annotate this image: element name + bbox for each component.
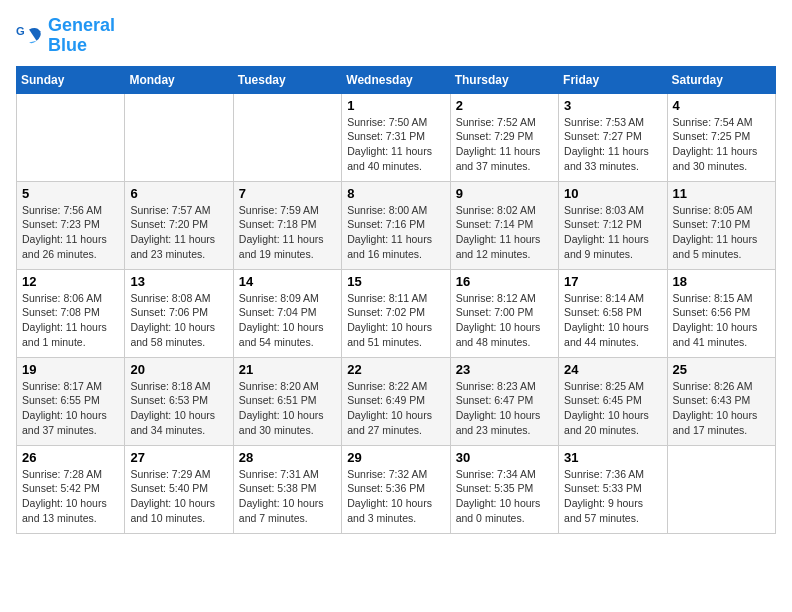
day-number: 28 — [239, 450, 336, 465]
weekday-header-monday: Monday — [125, 66, 233, 93]
day-number: 18 — [673, 274, 770, 289]
calendar-cell: 2 Sunrise: 7:52 AMSunset: 7:29 PMDayligh… — [450, 93, 558, 181]
weekday-header-row: SundayMondayTuesdayWednesdayThursdayFrid… — [17, 66, 776, 93]
day-number: 23 — [456, 362, 553, 377]
day-info: Sunrise: 8:08 AMSunset: 7:06 PMDaylight:… — [130, 291, 227, 350]
weekday-header-saturday: Saturday — [667, 66, 775, 93]
day-info: Sunrise: 8:12 AMSunset: 7:00 PMDaylight:… — [456, 291, 553, 350]
day-info: Sunrise: 7:50 AMSunset: 7:31 PMDaylight:… — [347, 115, 444, 174]
calendar-cell: 11 Sunrise: 8:05 AMSunset: 7:10 PMDaylig… — [667, 181, 775, 269]
calendar-cell: 23 Sunrise: 8:23 AMSunset: 6:47 PMDaylig… — [450, 357, 558, 445]
calendar-cell: 27 Sunrise: 7:29 AMSunset: 5:40 PMDaylig… — [125, 445, 233, 533]
week-row-4: 26 Sunrise: 7:28 AMSunset: 5:42 PMDaylig… — [17, 445, 776, 533]
day-info: Sunrise: 8:22 AMSunset: 6:49 PMDaylight:… — [347, 379, 444, 438]
week-row-3: 19 Sunrise: 8:17 AMSunset: 6:55 PMDaylig… — [17, 357, 776, 445]
calendar-cell — [233, 93, 341, 181]
day-number: 13 — [130, 274, 227, 289]
day-info: Sunrise: 8:03 AMSunset: 7:12 PMDaylight:… — [564, 203, 661, 262]
day-number: 24 — [564, 362, 661, 377]
day-info: Sunrise: 8:05 AMSunset: 7:10 PMDaylight:… — [673, 203, 770, 262]
calendar-cell: 31 Sunrise: 7:36 AMSunset: 5:33 PMDaylig… — [559, 445, 667, 533]
day-number: 4 — [673, 98, 770, 113]
day-info: Sunrise: 8:09 AMSunset: 7:04 PMDaylight:… — [239, 291, 336, 350]
calendar-cell: 21 Sunrise: 8:20 AMSunset: 6:51 PMDaylig… — [233, 357, 341, 445]
day-info: Sunrise: 8:26 AMSunset: 6:43 PMDaylight:… — [673, 379, 770, 438]
calendar-cell: 25 Sunrise: 8:26 AMSunset: 6:43 PMDaylig… — [667, 357, 775, 445]
day-info: Sunrise: 7:54 AMSunset: 7:25 PMDaylight:… — [673, 115, 770, 174]
day-info: Sunrise: 8:17 AMSunset: 6:55 PMDaylight:… — [22, 379, 119, 438]
calendar-cell: 8 Sunrise: 8:00 AMSunset: 7:16 PMDayligh… — [342, 181, 450, 269]
calendar-cell: 9 Sunrise: 8:02 AMSunset: 7:14 PMDayligh… — [450, 181, 558, 269]
day-info: Sunrise: 7:29 AMSunset: 5:40 PMDaylight:… — [130, 467, 227, 526]
calendar-cell: 28 Sunrise: 7:31 AMSunset: 5:38 PMDaylig… — [233, 445, 341, 533]
day-info: Sunrise: 8:06 AMSunset: 7:08 PMDaylight:… — [22, 291, 119, 350]
calendar-cell: 22 Sunrise: 8:22 AMSunset: 6:49 PMDaylig… — [342, 357, 450, 445]
calendar-cell: 10 Sunrise: 8:03 AMSunset: 7:12 PMDaylig… — [559, 181, 667, 269]
calendar-cell: 6 Sunrise: 7:57 AMSunset: 7:20 PMDayligh… — [125, 181, 233, 269]
calendar-cell: 17 Sunrise: 8:14 AMSunset: 6:58 PMDaylig… — [559, 269, 667, 357]
week-row-0: 1 Sunrise: 7:50 AMSunset: 7:31 PMDayligh… — [17, 93, 776, 181]
day-info: Sunrise: 7:28 AMSunset: 5:42 PMDaylight:… — [22, 467, 119, 526]
weekday-header-tuesday: Tuesday — [233, 66, 341, 93]
week-row-1: 5 Sunrise: 7:56 AMSunset: 7:23 PMDayligh… — [17, 181, 776, 269]
calendar-cell: 12 Sunrise: 8:06 AMSunset: 7:08 PMDaylig… — [17, 269, 125, 357]
calendar-cell: 29 Sunrise: 7:32 AMSunset: 5:36 PMDaylig… — [342, 445, 450, 533]
day-number: 22 — [347, 362, 444, 377]
day-info: Sunrise: 7:57 AMSunset: 7:20 PMDaylight:… — [130, 203, 227, 262]
day-info: Sunrise: 8:23 AMSunset: 6:47 PMDaylight:… — [456, 379, 553, 438]
page-header: G General Blue — [16, 16, 776, 56]
day-info: Sunrise: 8:00 AMSunset: 7:16 PMDaylight:… — [347, 203, 444, 262]
day-info: Sunrise: 8:18 AMSunset: 6:53 PMDaylight:… — [130, 379, 227, 438]
day-number: 27 — [130, 450, 227, 465]
day-info: Sunrise: 8:14 AMSunset: 6:58 PMDaylight:… — [564, 291, 661, 350]
calendar-cell: 18 Sunrise: 8:15 AMSunset: 6:56 PMDaylig… — [667, 269, 775, 357]
weekday-header-friday: Friday — [559, 66, 667, 93]
calendar-cell: 1 Sunrise: 7:50 AMSunset: 7:31 PMDayligh… — [342, 93, 450, 181]
calendar-table: SundayMondayTuesdayWednesdayThursdayFrid… — [16, 66, 776, 534]
day-number: 12 — [22, 274, 119, 289]
calendar-cell: 24 Sunrise: 8:25 AMSunset: 6:45 PMDaylig… — [559, 357, 667, 445]
calendar-cell: 4 Sunrise: 7:54 AMSunset: 7:25 PMDayligh… — [667, 93, 775, 181]
calendar-cell: 16 Sunrise: 8:12 AMSunset: 7:00 PMDaylig… — [450, 269, 558, 357]
day-number: 11 — [673, 186, 770, 201]
day-info: Sunrise: 7:34 AMSunset: 5:35 PMDaylight:… — [456, 467, 553, 526]
day-info: Sunrise: 7:59 AMSunset: 7:18 PMDaylight:… — [239, 203, 336, 262]
day-info: Sunrise: 7:31 AMSunset: 5:38 PMDaylight:… — [239, 467, 336, 526]
day-number: 2 — [456, 98, 553, 113]
day-number: 25 — [673, 362, 770, 377]
day-number: 5 — [22, 186, 119, 201]
calendar-cell — [125, 93, 233, 181]
day-info: Sunrise: 7:32 AMSunset: 5:36 PMDaylight:… — [347, 467, 444, 526]
calendar-cell: 13 Sunrise: 8:08 AMSunset: 7:06 PMDaylig… — [125, 269, 233, 357]
day-info: Sunrise: 8:15 AMSunset: 6:56 PMDaylight:… — [673, 291, 770, 350]
day-number: 1 — [347, 98, 444, 113]
day-number: 20 — [130, 362, 227, 377]
weekday-header-wednesday: Wednesday — [342, 66, 450, 93]
day-number: 31 — [564, 450, 661, 465]
day-info: Sunrise: 8:20 AMSunset: 6:51 PMDaylight:… — [239, 379, 336, 438]
calendar-cell: 30 Sunrise: 7:34 AMSunset: 5:35 PMDaylig… — [450, 445, 558, 533]
day-info: Sunrise: 8:02 AMSunset: 7:14 PMDaylight:… — [456, 203, 553, 262]
day-number: 10 — [564, 186, 661, 201]
day-number: 30 — [456, 450, 553, 465]
logo-icon: G — [16, 22, 44, 50]
day-info: Sunrise: 7:56 AMSunset: 7:23 PMDaylight:… — [22, 203, 119, 262]
day-number: 29 — [347, 450, 444, 465]
day-number: 9 — [456, 186, 553, 201]
calendar-cell — [17, 93, 125, 181]
week-row-2: 12 Sunrise: 8:06 AMSunset: 7:08 PMDaylig… — [17, 269, 776, 357]
day-info: Sunrise: 7:36 AMSunset: 5:33 PMDaylight:… — [564, 467, 661, 526]
svg-text:G: G — [16, 25, 25, 37]
calendar-cell: 26 Sunrise: 7:28 AMSunset: 5:42 PMDaylig… — [17, 445, 125, 533]
day-number: 15 — [347, 274, 444, 289]
logo: G General Blue — [16, 16, 115, 56]
day-info: Sunrise: 8:11 AMSunset: 7:02 PMDaylight:… — [347, 291, 444, 350]
day-number: 7 — [239, 186, 336, 201]
calendar-cell: 14 Sunrise: 8:09 AMSunset: 7:04 PMDaylig… — [233, 269, 341, 357]
day-info: Sunrise: 8:25 AMSunset: 6:45 PMDaylight:… — [564, 379, 661, 438]
day-number: 14 — [239, 274, 336, 289]
calendar-cell — [667, 445, 775, 533]
day-number: 6 — [130, 186, 227, 201]
calendar-cell: 5 Sunrise: 7:56 AMSunset: 7:23 PMDayligh… — [17, 181, 125, 269]
weekday-header-thursday: Thursday — [450, 66, 558, 93]
